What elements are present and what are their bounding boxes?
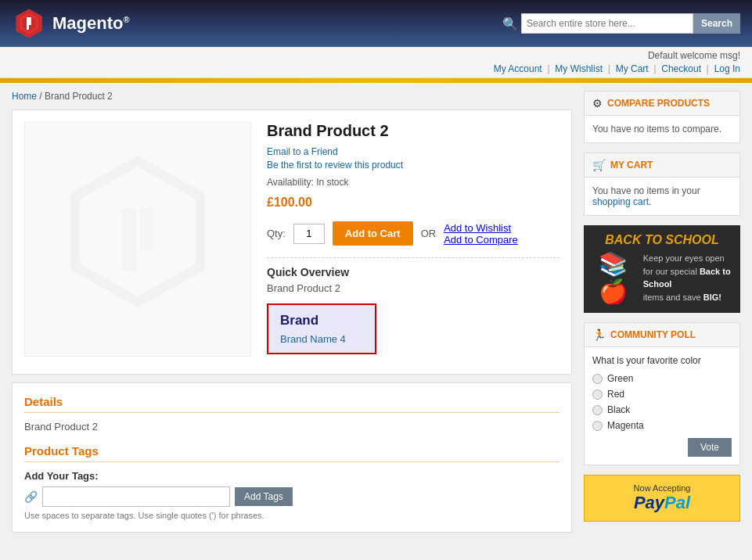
back-to-school-banner: BACK TO SCHOOL 📚🍎 Keep your eyes open fo…	[584, 225, 740, 313]
bts-image-area: 📚🍎 Keep your eyes open for our special B…	[592, 250, 732, 305]
add-to-wishlist-link[interactable]: Add to Wishlist	[444, 222, 518, 234]
cart-icon: 🛒	[592, 159, 606, 171]
nav-links: My Account | My Wishlist | My Cart | Che…	[12, 63, 740, 74]
tags-hint: Use spaces to separate tags. Use single …	[24, 511, 560, 520]
compare-products-box: ⚙ COMPARE PRODUCTS You have no items to …	[584, 91, 740, 143]
poll-icon: 🏃	[592, 328, 606, 341]
product-image-area	[24, 122, 251, 357]
quick-overview-label: Quick Overview	[267, 266, 560, 278]
cart-heading-text: MY CART	[610, 160, 653, 171]
product-title: Brand Product 2	[267, 122, 560, 140]
brand-label: Brand	[280, 313, 363, 328]
community-poll-header: 🏃 COMMUNITY POLL	[585, 323, 739, 347]
qty-label: Qty:	[267, 228, 286, 239]
tags-input[interactable]	[42, 486, 230, 507]
product-panel: Brand Product 2 Email to a Friend Be the…	[12, 109, 572, 375]
poll-option-magenta: Magenta	[592, 418, 732, 433]
radio-green[interactable]	[592, 374, 603, 384]
breadcrumb-current: Brand Product 2	[45, 91, 113, 102]
books-icon: 📚🍎	[592, 250, 635, 305]
availability: Availability: In stock	[267, 177, 560, 188]
my-wishlist-link[interactable]: My Wishlist	[555, 63, 603, 74]
svg-rect-4	[29, 17, 31, 25]
bts-text: Keep your eyes open for our special Back…	[643, 252, 732, 303]
content-area: Home / Brand Product 2 Brand Product 2 E…	[12, 91, 572, 533]
search-button[interactable]: Search	[693, 13, 740, 34]
quick-overview-section: Quick Overview Brand Product 2 Brand Bra…	[267, 257, 560, 354]
review-link[interactable]: Be the first to review this product	[267, 160, 560, 171]
radio-red[interactable]	[592, 389, 603, 400]
cart-content: You have no items in your shopping cart.	[585, 178, 739, 215]
magento-logo-icon	[12, 6, 46, 41]
paypal-now-accepting: Now Accepting	[592, 483, 732, 493]
add-to-cart-area: Qty: Add to Cart OR Add to Wishlist Add …	[267, 221, 560, 246]
svg-rect-7	[139, 208, 153, 251]
breadcrumb-home[interactable]: Home	[12, 91, 37, 102]
qty-input[interactable]	[293, 224, 325, 244]
quick-overview-text: Brand Product 2	[267, 282, 560, 294]
add-to-cart-button[interactable]: Add to Cart	[333, 221, 413, 246]
details-heading: Details	[24, 395, 560, 413]
my-account-link[interactable]: My Account	[494, 63, 542, 74]
email-friend-link[interactable]: Email to a Friend	[267, 146, 560, 157]
compare-products-header: ⚙ COMPARE PRODUCTS	[585, 92, 739, 116]
search-magnifier-icon: 🔍	[502, 16, 518, 31]
paypal-box: Now Accepting PayPal	[584, 475, 740, 522]
poll-option-red: Red	[592, 386, 732, 402]
my-cart-box: 🛒 MY CART You have no items in your shop…	[584, 153, 740, 216]
welcome-message: Default welcome msg!	[12, 50, 740, 61]
logo-area: Magento®	[12, 6, 130, 41]
compare-icon: ⚙	[592, 97, 603, 109]
radio-black[interactable]	[592, 405, 603, 415]
svg-marker-5	[75, 161, 200, 302]
tags-input-area: 🔗 Add Tags	[24, 486, 560, 507]
svg-rect-3	[27, 17, 29, 30]
brand-box: Brand Brand Name 4	[267, 303, 376, 354]
poll-heading-text: COMMUNITY POLL	[610, 329, 696, 340]
poll-content: What is your favorite color Green Red Bl…	[585, 347, 739, 465]
poll-question: What is your favorite color	[592, 355, 732, 366]
my-cart-link[interactable]: My Cart	[616, 63, 649, 74]
product-tags-heading: Product Tags	[24, 444, 560, 462]
site-header: Magento® 🔍 Search	[0, 0, 752, 47]
add-tags-label: Add Your Tags:	[24, 470, 560, 482]
details-section: Details Brand Product 2 Product Tags Add…	[12, 382, 572, 533]
or-text: OR	[421, 228, 437, 239]
sidebar: ⚙ COMPARE PRODUCTS You have no items to …	[584, 91, 740, 533]
search-area: 🔍 Search	[502, 13, 740, 34]
wishlist-compare: Add to Wishlist Add to Compare	[444, 222, 518, 246]
login-link[interactable]: Log In	[714, 63, 740, 74]
product-details: Brand Product 2 Email to a Friend Be the…	[267, 122, 560, 362]
svg-rect-6	[122, 208, 136, 271]
availability-value: In stock	[316, 177, 348, 188]
logo-text: Magento®	[52, 13, 130, 34]
add-to-compare-link[interactable]: Add to Compare	[444, 234, 518, 246]
paypal-logo: PayPal	[592, 493, 732, 513]
vote-button[interactable]: Vote	[688, 438, 732, 457]
radio-magenta[interactable]	[592, 421, 603, 431]
breadcrumb: Home / Brand Product 2	[12, 91, 572, 102]
main-container: Home / Brand Product 2 Brand Product 2 E…	[0, 83, 752, 540]
my-cart-header: 🛒 MY CART	[585, 153, 739, 178]
product-image-placeholder	[59, 153, 216, 325]
search-input[interactable]	[521, 13, 693, 34]
brand-name-link[interactable]: Brand Name 4	[280, 333, 346, 345]
compare-content: You have no items to compare.	[585, 116, 739, 142]
details-text: Brand Product 2	[24, 421, 560, 433]
availability-label: Availability:	[267, 177, 314, 188]
bts-title: BACK TO SCHOOL	[592, 233, 732, 247]
top-nav: Default welcome msg! My Account | My Wis…	[0, 47, 752, 78]
checkout-link[interactable]: Checkout	[661, 63, 701, 74]
product-price: £100.00	[267, 196, 560, 210]
compare-heading-text: COMPARE PRODUCTS	[607, 98, 710, 109]
community-poll-box: 🏃 COMMUNITY POLL What is your favorite c…	[584, 322, 740, 465]
add-tags-button[interactable]: Add Tags	[235, 487, 293, 506]
poll-option-green: Green	[592, 371, 732, 386]
tag-icon: 🔗	[24, 490, 38, 503]
poll-option-black: Black	[592, 402, 732, 418]
